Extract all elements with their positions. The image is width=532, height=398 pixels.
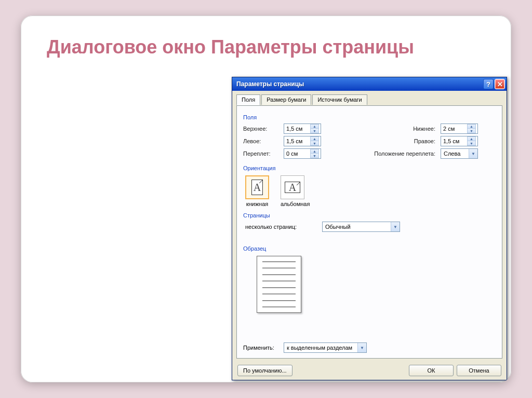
spin-down-icon[interactable]: ▼ xyxy=(468,129,476,133)
slide-frame: Диалоговое окно Параметры страницы Парам… xyxy=(21,16,511,382)
spin-down-icon[interactable]: ▼ xyxy=(311,154,319,158)
spin-down-icon[interactable]: ▼ xyxy=(311,141,319,146)
input-bottom-margin-field[interactable] xyxy=(441,124,467,133)
help-button[interactable]: ? xyxy=(483,79,494,89)
help-icon: ? xyxy=(486,80,490,88)
input-top-margin[interactable]: ▲▼ xyxy=(284,123,321,134)
label-apply: Применить: xyxy=(243,345,284,351)
spin-up-icon[interactable]: ▲ xyxy=(468,136,476,141)
orientation-portrait-label: книжная xyxy=(246,201,269,207)
dialog-titlebar[interactable]: Параметры страницы ? ✕ xyxy=(232,77,507,91)
close-icon: ✕ xyxy=(497,80,503,88)
chevron-down-icon: ▼ xyxy=(469,149,477,158)
landscape-icon: A xyxy=(285,182,300,193)
group-preview-label: Образец xyxy=(243,245,496,252)
preview-page-icon xyxy=(257,256,301,313)
label-top: Верхнее: xyxy=(243,126,284,132)
group-fields-label: Поля xyxy=(243,114,496,120)
input-gutter[interactable]: ▲▼ xyxy=(284,148,321,159)
select-multi-pages[interactable]: Обычный ▼ xyxy=(322,222,400,232)
input-right-margin[interactable]: ▲▼ xyxy=(441,136,478,146)
spin-down-icon[interactable]: ▼ xyxy=(468,141,476,146)
ok-button[interactable]: ОК xyxy=(409,365,454,376)
orientation-landscape-label: альбомная xyxy=(281,201,310,207)
tab-paper-source[interactable]: Источник бумаги xyxy=(312,94,367,105)
input-bottom-margin[interactable]: ▲▼ xyxy=(441,123,478,134)
select-gutter-pos[interactable]: Слева ▼ xyxy=(441,148,478,159)
tab-pane: Поля Верхнее: ▲▼ Нижнее: ▲▼ xyxy=(236,105,502,359)
group-pages-label: Страницы xyxy=(243,212,496,218)
tab-fields[interactable]: Поля xyxy=(236,94,260,105)
select-apply-to-value: к выделенным разделам xyxy=(284,345,357,351)
chevron-down-icon: ▼ xyxy=(391,222,400,231)
dialog-footer: По умолчанию... ОК Отмена xyxy=(232,361,507,380)
orientation-landscape[interactable]: A альбомная xyxy=(281,175,310,207)
orientation-portrait[interactable]: A книжная xyxy=(245,175,269,207)
label-gutter-pos: Положение переплета: xyxy=(363,150,441,157)
label-gutter: Переплет: xyxy=(243,150,284,157)
tab-paper-size[interactable]: Размер бумаги xyxy=(261,94,311,105)
dialog-content: Поля Размер бумаги Источник бумаги Поля … xyxy=(232,91,507,363)
page-setup-dialog: Параметры страницы ? ✕ Поля Размер бумаг… xyxy=(232,77,507,380)
input-left-margin[interactable]: ▲▼ xyxy=(284,136,321,146)
label-bottom: Нижнее: xyxy=(363,126,441,132)
preview-area xyxy=(257,256,496,313)
spin-down-icon[interactable]: ▼ xyxy=(311,129,319,133)
group-orientation-label: Ориентация xyxy=(243,165,496,171)
input-right-margin-field[interactable] xyxy=(441,136,467,146)
spin-up-icon[interactable]: ▲ xyxy=(468,124,476,129)
cancel-button[interactable]: Отмена xyxy=(457,365,501,376)
spin-up-icon[interactable]: ▲ xyxy=(311,124,319,129)
label-multi-pages: несколько страниц: xyxy=(245,224,322,230)
slide-title: Диалоговое окно Параметры страницы xyxy=(47,36,414,58)
label-left: Левое: xyxy=(243,138,284,144)
select-gutter-pos-value: Слева xyxy=(441,150,469,157)
tab-bar: Поля Размер бумаги Источник бумаги xyxy=(236,94,502,105)
spin-up-icon[interactable]: ▲ xyxy=(311,149,319,154)
select-apply-to[interactable]: к выделенным разделам ▼ xyxy=(284,342,367,353)
spin-up-icon[interactable]: ▲ xyxy=(311,136,319,141)
default-button[interactable]: По умолчанию... xyxy=(237,365,292,376)
label-right: Правое: xyxy=(363,138,441,144)
portrait-icon: A xyxy=(251,180,263,195)
select-multi-pages-value: Обычный xyxy=(323,224,391,230)
input-top-margin-field[interactable] xyxy=(284,124,310,133)
close-button[interactable]: ✕ xyxy=(495,79,505,89)
input-gutter-field[interactable] xyxy=(284,149,310,158)
chevron-down-icon: ▼ xyxy=(357,343,366,352)
input-left-margin-field[interactable] xyxy=(284,136,310,146)
dialog-title: Параметры страницы xyxy=(236,80,304,88)
